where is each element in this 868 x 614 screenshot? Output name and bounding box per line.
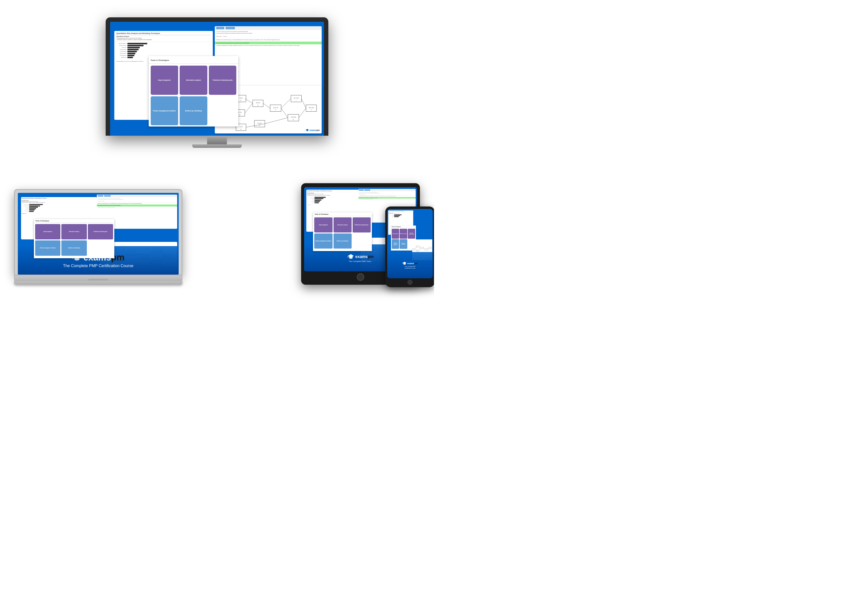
examspm-hat-icon <box>305 129 309 132</box>
tablet-tools-title: Tools & Techniques <box>313 213 372 216</box>
phone-screen: Quantitative Risk Analysis and Modelling… <box>387 209 433 278</box>
laptop-tool-bottom[interactable]: Bottom-up estimating <box>61 240 87 256</box>
laptop-tool-expert[interactable]: Expert judgment <box>35 224 60 239</box>
svg-text:1  8  9: 1 8 9 <box>240 97 243 99</box>
tablet-tool-pub[interactable]: Published estimating data <box>353 218 370 233</box>
tablet-tool-alt[interactable]: Alternative analysis <box>333 218 352 233</box>
svg-line-41 <box>299 108 306 118</box>
svg-text:G: G <box>259 125 260 126</box>
phone-home-button[interactable] <box>408 280 412 285</box>
svg-line-142 <box>424 248 425 249</box>
svg-text:D: D <box>241 129 242 130</box>
phone-tool-bottom[interactable]: Bottom-up estimating <box>400 239 407 249</box>
svg-text:1  5  6: 1 5 6 <box>240 126 243 127</box>
tablet-home-button[interactable] <box>357 273 364 281</box>
logo-pm: pm <box>316 129 320 132</box>
svg-line-37 <box>281 98 291 108</box>
tool-alternative-analysis[interactable]: Alternative analysis <box>180 65 207 95</box>
tablet-slide-body: Sensitivity Analysis Helps determine whi… <box>306 192 358 196</box>
tablet-quiz-toolbar: Restart quiz View questions <box>358 189 416 191</box>
laptop-quiz-question: A milestone was missed because one of th… <box>97 202 177 205</box>
phone-branding: examspm The Complete PMPCertification Co… <box>387 252 433 278</box>
laptop-tool-alt[interactable]: Alternative analysis <box>61 224 87 239</box>
laptop-bottom-bar <box>14 275 182 281</box>
view-questions-btn[interactable]: View questions <box>226 27 235 29</box>
tool-published-estimating[interactable]: Published estimating data <box>209 65 237 95</box>
restart-quiz-btn[interactable]: Restart quiz <box>216 27 224 29</box>
tablet-quiz-numbers: 1 2 3 4 5 6 7 8 9 10 11 12 13 14 15 16 1… <box>358 191 416 194</box>
svg-text:B: B <box>417 250 418 251</box>
tablet-quiz-legend: ● Answered ○ Review <box>358 194 416 195</box>
svg-line-141 <box>419 248 421 250</box>
tablet-restart-btn[interactable]: Restart quiz <box>359 190 364 191</box>
quiz-correct-answer: Communication broke down between the pro… <box>215 42 322 44</box>
tools-grid: Expert judgment Alternative analysis Pub… <box>149 64 239 126</box>
monitor: Quantitative Risk Analysis and Modelling… <box>105 17 329 148</box>
phone: Quantitative Risk Analysis and Modelling… <box>385 207 434 287</box>
svg-text:1  7  8: 1 7 8 <box>238 112 242 113</box>
tablet-chart: Schedule Spill Sched Est Vendor Design I… <box>306 196 358 204</box>
svg-text:H: H <box>293 119 294 120</box>
monitor-neck <box>207 136 227 145</box>
tool-expert-judgment[interactable]: Expert judgment <box>151 65 178 95</box>
laptop-screen-content: Quantitative Risk Analysis and Modelling… <box>18 193 179 275</box>
tablet-quiz-explanation: The project manager failed to manage sta… <box>358 199 416 200</box>
laptop-slide-title: Quantitative Risk Analysis and Modelling… <box>21 197 97 199</box>
slide-header: Quantitative Risk Analysis and Modelling… <box>114 31 212 42</box>
phone-tool-proj[interactable]: Project management software <box>392 239 399 249</box>
laptop: Quantitative Risk Analysis and Modelling… <box>14 189 182 285</box>
laptop-tool-pub[interactable]: Published estimating data <box>88 224 113 239</box>
phone-screen-content: Quantitative Risk Analysis and Modelling… <box>387 209 433 278</box>
phone-tool-expert[interactable]: Expert judgment <box>392 229 399 238</box>
svg-text:F: F <box>275 109 276 111</box>
tool-project-mgmt[interactable]: Project management software <box>151 96 178 126</box>
phone-brand-logo: examspm <box>402 261 418 266</box>
monitor-screen-content: Quantitative Risk Analysis and Modelling… <box>110 22 324 136</box>
svg-line-138 <box>415 249 416 250</box>
tablet-brand-logo: examspm <box>347 253 374 260</box>
laptop-quiz-numbers: 1 2 3 4 5 6 7 8 9 10 11 12 13 14 15 16 1… <box>97 197 177 201</box>
laptop-slide-body: Sensitivity Analysis Helps determine whi… <box>21 199 97 204</box>
laptop-view-btn[interactable]: View questions <box>104 195 111 197</box>
tablet-brand-text: examspm <box>355 255 374 259</box>
svg-text:18  1  19: 18 1 19 <box>309 107 314 108</box>
monitor-screen: Quantitative Risk Analysis and Modelling… <box>110 22 324 136</box>
tablet-tool-bottom[interactable]: Bottom-up estimating <box>333 233 352 249</box>
svg-line-34 <box>245 103 253 113</box>
laptop-tools-grid: Expert judgment Alternative analysis Pub… <box>34 223 114 257</box>
svg-text:E: E <box>422 247 422 248</box>
phone-slide-body: Sensitivity Analysis Helps determine whi… <box>388 213 413 215</box>
tablet-tool-proj[interactable]: Project management software <box>314 233 332 249</box>
quiz-question-text: A milestone was missed because one of th… <box>215 39 322 42</box>
svg-line-140 <box>419 247 421 248</box>
svg-text:14  4  18: 14 4 18 <box>291 117 296 118</box>
laptop-tool-proj[interactable]: Project management software <box>35 240 60 256</box>
tool-bottom-up[interactable]: Bottom-up estimating <box>180 96 207 126</box>
laptop-chart: Schedule Spillovers Schedule Estimate Ve… <box>21 204 97 213</box>
svg-text:I: I <box>296 100 296 101</box>
phone-brand-subtitle: The Complete PMPCertification Course <box>405 266 415 269</box>
tablet-tornado-text: Tornado anal... <box>306 204 358 206</box>
svg-text:9  4  13: 9 4 13 <box>256 102 260 104</box>
tablet-view-btn[interactable]: View questions <box>364 190 370 191</box>
svg-line-35 <box>246 124 265 127</box>
svg-text:14  1  15: 14 1 15 <box>294 97 299 99</box>
svg-text:C: C <box>241 100 242 101</box>
logo-exams: exams <box>310 129 316 132</box>
tools-title: Tools & Techniques <box>151 59 169 61</box>
laptop-restart-btn[interactable]: Restart quiz <box>98 195 103 197</box>
tablet-tool-expert[interactable]: Expert judgment <box>314 218 332 233</box>
laptop-tornado-text: Tornado ana... <box>21 213 97 215</box>
tablet-tools-grid: Expert judgment Alternative analysis Pub… <box>313 216 372 250</box>
laptop-tools-panel: Tools & Techniques Expert judgment Alter… <box>34 219 114 258</box>
quiz-toolbar: Restart quiz View questions <box>215 26 322 30</box>
tools-header: Tools & Techniques <box>149 56 239 64</box>
phone-tool-pub[interactable]: Published estimating data <box>408 229 415 238</box>
laptop-base <box>14 281 182 285</box>
svg-text:C: C <box>418 246 418 247</box>
svg-line-139 <box>415 247 417 249</box>
laptop-tools-title: Tools & Techniques <box>34 219 114 223</box>
slide-subtitle: Sensitivity Analysis <box>116 36 211 37</box>
phone-tool-alt[interactable]: Alternative analysis <box>400 229 407 238</box>
svg-line-36 <box>263 103 270 108</box>
